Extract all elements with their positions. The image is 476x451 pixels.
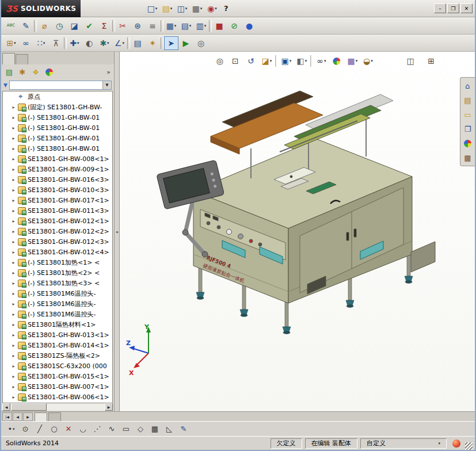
hide-show-items-button[interactable]: ∞▾ — [314, 54, 329, 68]
ellipse-button[interactable]: ○ — [48, 423, 61, 435]
tree-item[interactable]: ▸ SE13801-GH-BW-012<1> — [3, 216, 112, 226]
view-toolbar-button[interactable] — [310, 55, 313, 67]
dropdown-arrow-icon[interactable]: ▼ — [102, 81, 111, 89]
tree-item[interactable]: ▸ SE13801-GH-BW-012<4> — [3, 247, 112, 257]
configurationmanager-icon[interactable]: ❖ — [30, 66, 41, 78]
bill-of-materials-button[interactable]: ▤ — [131, 36, 145, 50]
tree-filter-combo[interactable]: ▼ — [9, 81, 112, 90]
dropdown-arrow-icon[interactable]: ▾ — [13, 427, 15, 431]
tree-item[interactable]: ▸ SE13801-GH-BW-009<1> — [3, 164, 112, 174]
expand-arrow-icon[interactable]: ▸ — [11, 136, 16, 141]
general-table-button[interactable]: ▤▾ — [179, 19, 193, 33]
tree-item[interactable]: ▸ (固定) SE13801-GH-BW- — [3, 102, 112, 112]
tree-item[interactable]: ▸ SE13801ZS-隔热板<2> — [3, 350, 112, 361]
dropdown-arrow-icon[interactable]: ▾ — [215, 6, 217, 11]
view-settings-button[interactable]: ◒▾ — [361, 54, 375, 68]
panel-tab[interactable] — [2, 53, 15, 64]
apply-scene-button[interactable]: ▦▾ — [345, 54, 360, 68]
panel-splitter[interactable]: ◂▸ — [115, 52, 120, 411]
smart-fasteners-button[interactable]: ⊼ — [49, 36, 63, 50]
dropdown-arrow-icon[interactable]: ▾ — [270, 59, 272, 63]
corner-rectangle-button[interactable]: ▭ — [120, 423, 133, 435]
scroll-left-arrow-icon[interactable]: ◀ — [2, 403, 10, 411]
tree-item[interactable]: ▸ (-) SE13801M6温控头- — [3, 299, 112, 309]
tree-item[interactable]: ▸ (-) SE13801加热<1> < — [3, 257, 112, 267]
dropdown-arrow-icon[interactable]: ▾ — [305, 59, 307, 63]
tree-item[interactable]: ▸ (-) SE13801-GH-BW-01 — [3, 112, 112, 123]
check-document-button[interactable]: ✔ — [82, 19, 97, 33]
tree-item[interactable]: ▸ (-) SE13801-GH-BW-01 — [3, 133, 112, 143]
menu-item[interactable] — [83, 7, 91, 10]
sketch-point-button[interactable]: •▾ — [5, 423, 18, 435]
dropdown-arrow-icon[interactable]: ▾ — [290, 59, 292, 63]
large-design-review-button[interactable]: ◎ — [194, 36, 208, 50]
expand-arrow-icon[interactable]: ▸ — [11, 291, 16, 296]
section-properties-button[interactable]: ◪ — [67, 19, 82, 33]
trim-button[interactable]: ✂ — [116, 19, 130, 33]
show-hidden-components-button[interactable]: ◐ — [82, 36, 97, 50]
expand-arrow-icon[interactable]: ▸ — [11, 105, 16, 110]
display-style-button[interactable]: ◧▾ — [295, 54, 309, 68]
motion-study-button[interactable]: ▶ — [179, 36, 193, 50]
dropdown-arrow-icon[interactable]: ▾ — [324, 59, 326, 63]
menu-item[interactable] — [123, 7, 131, 10]
dropdown-arrow-icon[interactable]: ▾ — [77, 41, 79, 45]
options-wrench-button[interactable]: ⊛ — [131, 19, 145, 33]
exploded-view-button[interactable]: ✶ — [146, 36, 160, 50]
assembly-features-button[interactable]: ✱▾ — [97, 36, 112, 50]
expand-arrow-icon[interactable]: ▸ — [11, 198, 16, 203]
dropdown-arrow-icon[interactable]: ▾ — [185, 6, 188, 11]
expand-arrow-icon[interactable]: ▸ — [11, 322, 16, 327]
zoom-fit-button[interactable]: ◎ — [213, 54, 227, 68]
line-button[interactable]: ╱ — [33, 423, 47, 435]
mass-properties-button[interactable]: ◷ — [52, 19, 67, 33]
reference-geometry-button[interactable]: ∠▾ — [112, 36, 127, 50]
expand-arrow-icon[interactable]: ▸ — [11, 364, 16, 369]
dropdown-arrow-icon[interactable]: ▾ — [189, 24, 192, 28]
expand-arrow-icon[interactable]: ▸ — [11, 312, 16, 317]
dropdown-arrow-icon[interactable]: ▾ — [43, 41, 45, 45]
dropdown-arrow-icon[interactable]: ▾ — [356, 59, 358, 63]
grid-button[interactable]: ▦ — [148, 423, 162, 435]
dropdown-arrow-icon[interactable]: ▾ — [14, 41, 16, 45]
expand-arrow-icon[interactable]: ▸ — [11, 281, 16, 286]
dimxpert-button[interactable]: ≡ — [146, 19, 160, 33]
toolbar-button[interactable] — [64, 37, 67, 49]
expand-arrow-icon[interactable]: ▸ — [11, 177, 16, 182]
hole-table-button[interactable]: ▥▾ — [194, 19, 208, 33]
expand-arrow-icon[interactable]: ▸ — [11, 374, 16, 379]
instant3d-button[interactable]: ➤ — [164, 36, 178, 50]
scroll-next-button[interactable]: ▶ — [23, 412, 33, 421]
menu-item[interactable] — [99, 7, 107, 10]
tree-item[interactable]: ▸ (-) SE13801M6温控头- — [3, 288, 112, 299]
tree-item[interactable]: ▸ SE13801-GH-BW-008<1> — [3, 154, 112, 164]
menu-item[interactable] — [115, 7, 123, 10]
expand-arrow-icon[interactable]: ▸ — [11, 332, 16, 338]
circle-button[interactable]: ⊙ — [19, 423, 32, 435]
deviation-analysis-button[interactable]: ⊘ — [227, 19, 242, 33]
format-painter-button[interactable]: ✎ — [19, 19, 33, 33]
tree-item[interactable]: ▸ SE13801-GH-BW-006<1> — [3, 392, 112, 402]
toolbar-button[interactable] — [34, 20, 37, 32]
tree-item[interactable]: ▸ (-) SE13801M6温控头- — [3, 309, 112, 319]
tree-item[interactable]: ▸ SE13801-GH-BW-012<2> — [3, 226, 112, 236]
tree-item[interactable]: 原点 — [3, 91, 112, 102]
centerline-button[interactable]: ⋰ — [91, 423, 104, 435]
expand-arrow-icon[interactable]: ▸ — [11, 384, 16, 389]
expand-arrow-icon[interactable]: ▸ — [11, 146, 16, 151]
displaymanager-icon[interactable] — [43, 66, 55, 78]
triangle-button[interactable]: ◺ — [163, 423, 176, 435]
expand-arrow-icon[interactable]: ▸ — [11, 353, 16, 358]
expand-arrow-icon[interactable]: ▸ — [11, 219, 16, 224]
menu-item[interactable] — [91, 7, 99, 10]
design-library-icon[interactable]: ▤ — [462, 94, 474, 106]
insert-components-button[interactable]: ⊞▾ — [4, 36, 18, 50]
toolbar-button[interactable] — [127, 37, 130, 49]
dropdown-arrow-icon[interactable]: ▾ — [170, 6, 173, 11]
minimize-button[interactable]: – — [434, 3, 446, 13]
file-explorer-icon[interactable]: ▭ — [462, 109, 474, 120]
tree-item[interactable]: ▸ SE13801-GH-BW-011<3> — [3, 205, 112, 216]
featuremanager-design-tree-icon[interactable]: ▤ — [3, 66, 15, 78]
tree-item[interactable]: ▸ SE13801隔热材料<1> — [3, 319, 112, 330]
expand-arrow-icon[interactable]: ▸ — [11, 239, 16, 244]
